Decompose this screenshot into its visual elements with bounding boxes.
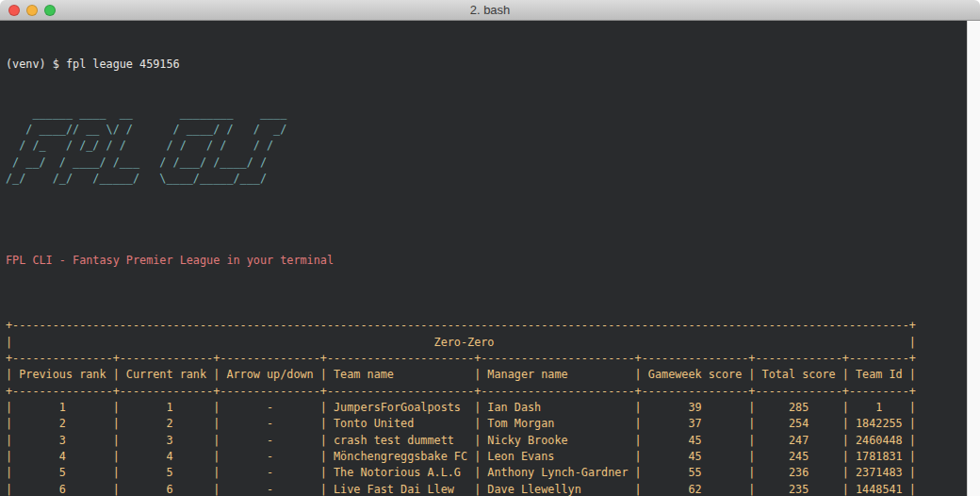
titlebar[interactable]: 2. bash (0, 0, 980, 21)
scrollbar[interactable] (967, 21, 980, 496)
league-table: +---------------------------------------… (6, 318, 967, 496)
terminal-content[interactable]: (venv) $ fpl league 459156 ______ ____ _… (0, 21, 967, 496)
tagline: FPL CLI - Fantasy Premier League in your… (6, 253, 967, 269)
window-title: 2. bash (0, 0, 980, 21)
ascii-banner: ______ ____ __ ________ ____ / ____// __… (6, 106, 967, 188)
command-line: (venv) $ fpl league 459156 (6, 57, 967, 73)
terminal-window: 2. bash (venv) $ fpl league 459156 _____… (0, 0, 980, 496)
